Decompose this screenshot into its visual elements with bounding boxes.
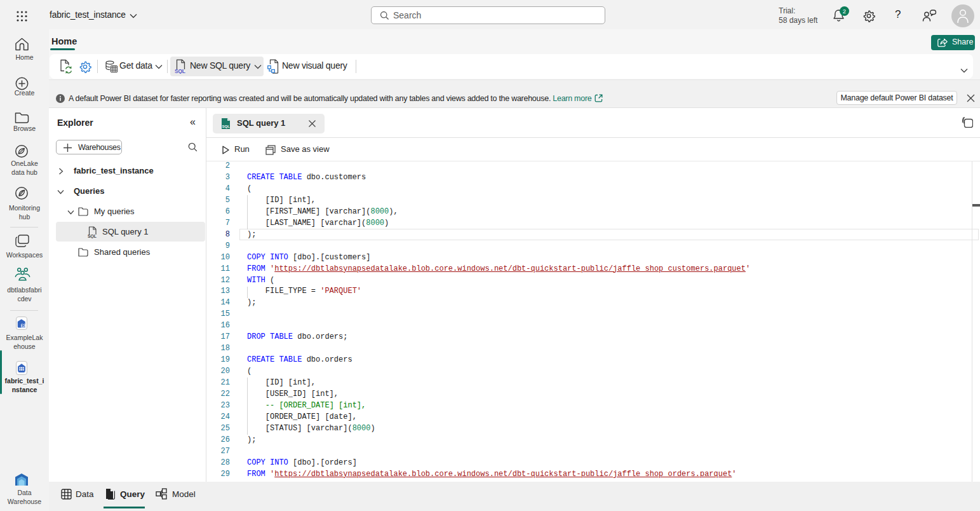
svg-text:SQL: SQL: [175, 69, 185, 74]
svg-text:SQL: SQL: [222, 125, 231, 128]
svg-text:SQL: SQL: [88, 234, 97, 238]
